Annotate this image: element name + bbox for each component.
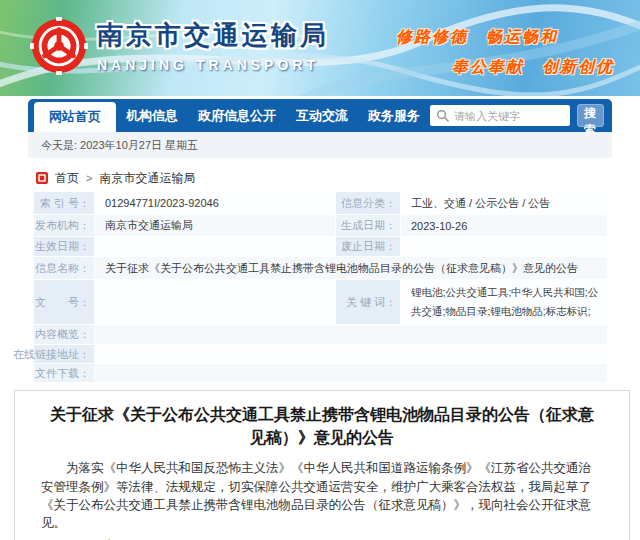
- meta-value-doc-number: [95, 280, 335, 324]
- nav-wrap: 网站首页 机构信息 政府信息公开 互动交流 政务服务 搜索 今天是: 2023年…: [28, 99, 612, 158]
- logo-emblem-icon: [30, 17, 88, 75]
- meta-label-download: 文件下载：: [34, 364, 94, 382]
- meta-value-name: 关于征求《关于公布公共交通工具禁止携带含锂电池物品目录的公告（征求意见稿）》意见…: [95, 257, 607, 279]
- site-name: 南京市交通运输局: [97, 18, 329, 53]
- meta-label-online-link: 在线链接地址：: [34, 345, 94, 363]
- breadcrumb-separator: >: [86, 172, 92, 184]
- meta-label-index: 索 引 号：: [34, 192, 94, 214]
- meta-label-name: 信息名称：: [34, 257, 94, 279]
- nav-item-home[interactable]: 网站首页: [34, 102, 116, 132]
- meta-label-created: 生成日期：: [336, 215, 400, 236]
- site-title-block: 南京市交通运输局 NANJING TRANSPORT: [97, 18, 329, 73]
- main-navigation: 网站首页 机构信息 政府信息公开 互动交流 政务服务 搜索: [28, 99, 612, 132]
- search-input[interactable]: [430, 105, 570, 126]
- banner-slogan-line2: 奉公奉献 创新创优: [452, 57, 614, 78]
- nav-item-gov-info-disclosure[interactable]: 政府信息公开: [188, 99, 286, 132]
- search-button[interactable]: 搜索: [577, 104, 604, 127]
- document-meta-table: 索 引 号： 01294771I/2023-92046 信息分类： 工业、交通 …: [34, 192, 606, 382]
- meta-label-org: 发布机构：: [34, 215, 94, 236]
- meta-label-category: 信息分类：: [336, 192, 400, 214]
- meta-value-category: 工业、交通 / 公示公告 / 公告: [401, 192, 607, 214]
- article-paragraph-1: 为落实《中华人民共和国反恐怖主义法》《中华人民共和国道路运输条例》《江苏省公共交…: [41, 459, 603, 532]
- breadcrumb-current-link[interactable]: 南京市交通运输局: [99, 170, 195, 187]
- meta-value-index: 01294771I/2023-92046: [95, 192, 335, 214]
- meta-value-online-link: [95, 345, 607, 363]
- meta-label-effective: 生效日期：: [34, 237, 94, 256]
- meta-value-expire: [401, 237, 607, 256]
- transport-bureau-logo: [30, 17, 88, 75]
- search-box: [430, 105, 570, 126]
- nav-item-gov-services[interactable]: 政务服务: [358, 99, 430, 132]
- page: 南京市交通运输局 NANJING TRANSPORT 修路修德 畅运畅和 奉公奉…: [0, 0, 640, 540]
- meta-value-overview: [95, 325, 607, 344]
- breadcrumb-home-link[interactable]: 首页: [55, 170, 79, 187]
- meta-value-org: 南京市交通运输局: [95, 215, 335, 236]
- meta-value-created: 2023-10-26: [401, 215, 607, 236]
- article-content: 关于征求《关于公布公共交通工具禁止携带含锂电池物品目录的公告（征求意见稿）》意见…: [14, 390, 630, 540]
- site-name-en: NANJING TRANSPORT: [97, 57, 329, 73]
- article-title: 关于征求《关于公布公共交通工具禁止携带含锂电池物品目录的公告（征求意见稿）》意见…: [45, 403, 599, 449]
- breadcrumb: 首页 > 南京市交通运输局: [36, 170, 640, 186]
- meta-label-overview: 内容概览：: [34, 325, 94, 344]
- nav-item-interaction[interactable]: 互动交流: [286, 99, 358, 132]
- home-icon: [36, 172, 48, 184]
- nav-item-org-info[interactable]: 机构信息: [116, 99, 188, 132]
- meta-label-expire: 废止日期：: [336, 237, 400, 256]
- date-bar: 今天是: 2023年10月27日 星期五: [28, 132, 612, 158]
- meta-value-effective: [95, 237, 335, 256]
- meta-label-keywords: 关 键 词：: [336, 280, 400, 324]
- site-banner: 南京市交通运输局 NANJING TRANSPORT 修路修德 畅运畅和 奉公奉…: [0, 0, 640, 96]
- meta-label-doc-number: 文 号：: [34, 280, 94, 324]
- meta-value-download: [95, 364, 607, 382]
- today-date-text: 今天是: 2023年10月27日 星期五: [41, 139, 198, 151]
- banner-slogan-line1: 修路修德 畅运畅和: [396, 27, 558, 48]
- search-icon: [436, 109, 449, 122]
- meta-value-keywords: 锂电池;公共交通工具;中华人民共和国;公共交通;物品目录;锂电池物品;标志标识;…: [401, 280, 607, 324]
